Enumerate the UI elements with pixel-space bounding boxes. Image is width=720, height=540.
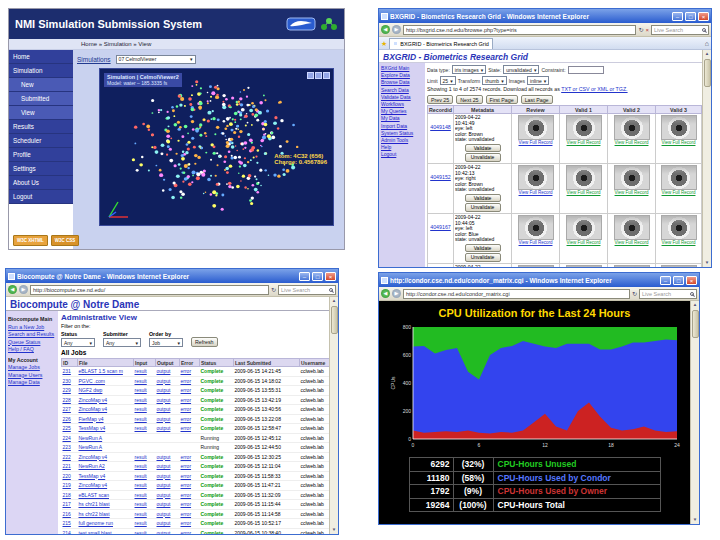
home-icon[interactable]: ⌂ bbox=[705, 40, 709, 47]
view-full-record-link[interactable]: View Full Record bbox=[561, 240, 606, 246]
limit-select[interactable]: 25▾ bbox=[440, 76, 456, 85]
nmi-sidebar-item[interactable]: Home bbox=[9, 50, 73, 64]
scroll-up-icon[interactable]: ▲ bbox=[705, 50, 709, 58]
job-file-link[interactable]: ZincoMap v4 bbox=[79, 454, 108, 460]
view-full-record-link[interactable]: View Full Record bbox=[561, 190, 606, 196]
orderby-filter-select[interactable]: Job▾ bbox=[149, 338, 183, 347]
bxgrid-sidebar-link[interactable]: Help bbox=[381, 144, 423, 151]
job-file-link[interactable]: NewRun A bbox=[79, 435, 103, 441]
unvalidate-button[interactable]: Unvalidate bbox=[465, 253, 501, 262]
biocompute-sidebar-item[interactable]: My Account bbox=[8, 357, 56, 365]
job-output-link[interactable]: output bbox=[157, 454, 171, 460]
forward-button[interactable]: ▶ bbox=[392, 289, 401, 298]
back-button[interactable]: ◀ bbox=[381, 25, 390, 34]
job-file-link[interactable]: eBLAST scan bbox=[79, 492, 109, 498]
nmi-sidebar-item[interactable]: Settings bbox=[9, 162, 73, 176]
refresh-button[interactable]: ↻ bbox=[638, 25, 643, 35]
bxgrid-sidebar-link[interactable]: Browse Data bbox=[381, 79, 423, 86]
nmi-sidebar-item[interactable]: View bbox=[9, 106, 73, 120]
job-error-link[interactable]: error bbox=[181, 387, 192, 393]
view-full-record-link[interactable]: View Full Record bbox=[609, 240, 654, 246]
job-error-link[interactable]: error bbox=[181, 520, 192, 526]
job-output-link[interactable]: output bbox=[157, 416, 171, 422]
job-input-link[interactable]: result bbox=[135, 416, 147, 422]
job-id-link[interactable]: 218 bbox=[63, 492, 71, 498]
biocompute-sidebar-item[interactable]: Manage Data bbox=[8, 379, 56, 387]
job-input-link[interactable]: result bbox=[135, 463, 147, 469]
iris-valid-image[interactable] bbox=[614, 165, 650, 190]
refresh-button[interactable]: ↻ bbox=[271, 285, 276, 295]
iris-valid-image[interactable] bbox=[614, 215, 650, 240]
validate-button[interactable]: Validate bbox=[465, 144, 501, 153]
job-id-link[interactable]: 217 bbox=[63, 501, 71, 507]
close-button[interactable]: × bbox=[698, 12, 709, 21]
iris-valid-image[interactable] bbox=[614, 265, 650, 267]
job-id-link[interactable]: 230 bbox=[63, 378, 71, 384]
back-button[interactable]: ◀ bbox=[8, 285, 17, 294]
nmi-sidebar-item[interactable]: About Us bbox=[9, 176, 73, 190]
job-output-link[interactable]: output bbox=[157, 520, 171, 526]
job-file-link[interactable]: hs chr21 blast bbox=[79, 501, 110, 507]
nmi-sidebar-item[interactable]: Scheduler bbox=[9, 134, 73, 148]
biocompute-titlebar[interactable]: Biocompute @ Notre Dame - Windows Intern… bbox=[6, 269, 338, 283]
view-full-record-link[interactable]: View Full Record bbox=[561, 140, 606, 146]
job-id-link[interactable]: 225 bbox=[63, 425, 71, 431]
images-select[interactable]: inline▾ bbox=[527, 76, 549, 85]
address-bar[interactable]: http://biocompute.cse.nd.edu/ bbox=[30, 285, 269, 295]
breadcrumb[interactable]: Home » Simulation » View bbox=[9, 39, 344, 50]
bxgrid-sidebar-link[interactable]: System Status bbox=[381, 130, 423, 137]
iris-review-image[interactable] bbox=[518, 115, 554, 140]
viewer-select[interactable]: 07 CelmolViewer ▾ bbox=[116, 55, 196, 64]
constraint-input[interactable] bbox=[568, 66, 604, 74]
job-error-link[interactable]: error bbox=[181, 397, 192, 403]
maximize-button[interactable]: □ bbox=[685, 12, 696, 21]
job-error-link[interactable]: error bbox=[181, 501, 192, 507]
column-header[interactable]: Input bbox=[134, 359, 156, 367]
column-header[interactable]: Error bbox=[180, 359, 200, 367]
nmi-sidebar-item[interactable]: New bbox=[9, 78, 73, 92]
job-input-link[interactable]: result bbox=[135, 387, 147, 393]
job-output-link[interactable]: output bbox=[157, 482, 171, 488]
iris-review-image[interactable] bbox=[518, 265, 554, 267]
job-error-link[interactable]: error bbox=[181, 368, 192, 374]
job-output-link[interactable]: output bbox=[157, 501, 171, 507]
scroll-up-icon[interactable]: ▲ bbox=[693, 301, 697, 309]
viewer-reset-button[interactable] bbox=[323, 72, 330, 79]
nmi-sidebar-item[interactable]: Submitted bbox=[9, 92, 73, 106]
job-file-link[interactable]: TessMap v4 bbox=[79, 473, 106, 479]
view-full-record-link[interactable]: View Full Record bbox=[513, 140, 558, 146]
job-output-link[interactable]: output bbox=[157, 368, 171, 374]
job-file-link[interactable]: hs chr22 blast bbox=[79, 511, 110, 517]
scroll-thumb[interactable] bbox=[331, 306, 338, 334]
job-output-link[interactable]: output bbox=[157, 463, 171, 469]
job-file-link[interactable]: PGVC .com bbox=[79, 378, 105, 384]
bxgrid-sidebar-link[interactable]: Logout bbox=[381, 151, 423, 158]
view-full-record-link[interactable]: View Full Record bbox=[657, 190, 700, 196]
biocompute-sidebar-item[interactable]: Run a New Job bbox=[8, 324, 56, 332]
job-file-link[interactable]: eBLAST 1.5 scan m bbox=[79, 368, 123, 374]
job-id-link[interactable]: 223 bbox=[63, 444, 71, 450]
refresh-jobs-button[interactable]: Refresh bbox=[191, 337, 218, 347]
bxgrid-sidebar-link[interactable]: Explore Data bbox=[381, 72, 423, 79]
back-button[interactable]: ◀ bbox=[381, 289, 390, 298]
job-file-link[interactable]: NewRun A2 bbox=[79, 463, 105, 469]
bxgrid-sidebar-link[interactable]: Search Data bbox=[381, 87, 423, 94]
bxgrid-sidebar-link[interactable]: Workflows bbox=[381, 101, 423, 108]
job-input-link[interactable]: result bbox=[135, 501, 147, 507]
job-error-link[interactable]: error bbox=[181, 530, 192, 535]
job-error-link[interactable]: error bbox=[181, 425, 192, 431]
column-header[interactable]: Recordid bbox=[428, 106, 454, 114]
job-file-link[interactable]: NewRun A bbox=[79, 444, 103, 450]
biocompute-sidebar-item[interactable]: Manage Jobs bbox=[8, 364, 56, 372]
column-header[interactable]: Valid 3 bbox=[656, 106, 702, 114]
job-error-link[interactable]: error bbox=[181, 416, 192, 422]
job-error-link[interactable]: error bbox=[181, 378, 192, 384]
record-id-link[interactable]: 4049152 bbox=[430, 174, 451, 180]
job-output-link[interactable]: output bbox=[157, 473, 171, 479]
job-error-link[interactable]: error bbox=[181, 511, 192, 517]
job-id-link[interactable]: 227 bbox=[63, 406, 71, 412]
iris-valid-image[interactable] bbox=[661, 215, 697, 240]
job-output-link[interactable]: output bbox=[157, 511, 171, 517]
job-input-link[interactable]: result bbox=[135, 406, 147, 412]
close-button[interactable]: × bbox=[325, 272, 336, 281]
